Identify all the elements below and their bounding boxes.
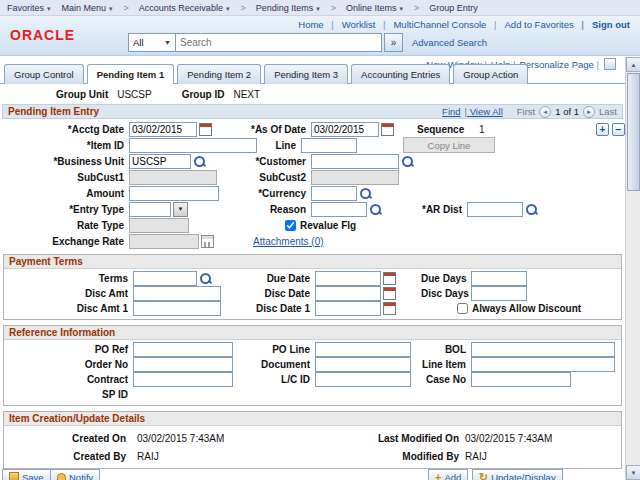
form-row-rate-type: Rate Type Revalue Flg xyxy=(0,217,625,233)
tab-pending-item-3[interactable]: Pending Item 3 xyxy=(264,64,348,84)
tab-bar: Group Control Pending Item 1 Pending Ite… xyxy=(4,64,531,84)
rate-type-input xyxy=(129,218,189,233)
customer-label: *Customer xyxy=(239,156,311,167)
tab-pending-item-1[interactable]: Pending Item 1 xyxy=(87,64,175,84)
multichannel-console-link[interactable]: MultiChannel Console xyxy=(383,19,486,30)
group-id-label: Group ID xyxy=(182,89,225,100)
vertical-scrollbar[interactable]: ▲ ▼ xyxy=(625,57,640,480)
due-date-input[interactable] xyxy=(315,271,381,286)
po-ref-input[interactable] xyxy=(133,342,233,357)
amount-input[interactable] xyxy=(129,186,219,201)
tab-accounting-entries[interactable]: Accounting Entries xyxy=(351,64,450,84)
disc-amt1-label: Disc Amt 1 xyxy=(6,303,133,314)
personalize-page-link[interactable]: Personalize Page xyxy=(519,59,599,70)
reference-information-box: Reference Information PO Ref PO Line BOL… xyxy=(3,325,622,406)
lookup-icon[interactable] xyxy=(199,272,212,285)
po-line-label: PO Line xyxy=(243,344,315,355)
calendar-icon[interactable] xyxy=(383,272,396,285)
line-item-input[interactable] xyxy=(471,357,615,372)
entry-type-input[interactable] xyxy=(129,202,171,217)
advanced-search-link[interactable]: Advanced Search xyxy=(412,37,487,48)
breadcrumb-main-menu[interactable]: Main Menu xyxy=(62,3,113,13)
document-input[interactable] xyxy=(315,357,411,372)
add-button[interactable]: + Add xyxy=(428,469,468,480)
sign-out-link[interactable]: Sign out xyxy=(581,19,630,30)
calendar-icon[interactable] xyxy=(381,123,394,136)
scroll-down-button[interactable]: ▼ xyxy=(626,465,640,480)
customer-input[interactable] xyxy=(311,154,399,169)
reference-row-order: Order No Document Line Item xyxy=(4,357,621,372)
search-go-button[interactable]: » xyxy=(384,33,403,52)
search-scope-select[interactable]: All ▼ xyxy=(128,33,176,52)
disc-days-input[interactable] xyxy=(471,286,527,301)
home-link[interactable]: Home xyxy=(298,19,323,30)
calendar-icon[interactable] xyxy=(199,123,212,136)
group-unit-value: USCSP xyxy=(117,89,151,100)
add-to-favorites-link[interactable]: Add to Favorites xyxy=(494,19,574,30)
row-position: 1 of 1 xyxy=(555,106,579,117)
business-unit-input[interactable] xyxy=(129,154,191,169)
lookup-icon[interactable] xyxy=(525,203,538,216)
notify-button[interactable]: Notify xyxy=(50,469,100,480)
find-link[interactable]: Find xyxy=(442,106,460,117)
save-button[interactable]: Save xyxy=(2,469,51,480)
line-input[interactable] xyxy=(301,138,357,153)
lc-id-input[interactable] xyxy=(315,372,411,387)
order-no-label: Order No xyxy=(6,359,133,370)
refresh-icon: ↻ xyxy=(479,472,488,480)
next-row-button[interactable]: ► xyxy=(583,106,595,118)
business-unit-label: *Business Unit xyxy=(2,156,129,167)
delete-row-button[interactable]: − xyxy=(612,123,625,136)
breadcrumb-accounts-receivable[interactable]: Accounts Receivable xyxy=(124,3,230,13)
calculator-icon[interactable] xyxy=(201,235,214,248)
reason-input[interactable] xyxy=(311,202,367,217)
due-days-input[interactable] xyxy=(471,271,527,286)
copy-line-button[interactable]: Copy Line xyxy=(403,137,495,153)
ar-dist-input[interactable] xyxy=(467,202,523,217)
tab-group-control[interactable]: Group Control xyxy=(4,64,84,84)
disc-date-input[interactable] xyxy=(315,286,381,301)
created-by-value: RAIJ xyxy=(137,451,313,462)
view-all-link[interactable]: View All xyxy=(465,106,503,117)
calendar-icon[interactable] xyxy=(383,287,396,300)
scrollbar-thumb[interactable] xyxy=(627,73,640,191)
breadcrumb-online-items[interactable]: Online Items xyxy=(331,3,403,13)
created-on-value: 03/02/2015 7:43AM xyxy=(137,433,313,444)
tab-group-action[interactable]: Group Action xyxy=(453,64,528,84)
acctg-date-input[interactable] xyxy=(129,122,197,137)
update-display-button[interactable]: ↻ Update/Display xyxy=(472,469,563,480)
previous-row-button[interactable]: ◄ xyxy=(539,106,551,118)
as-of-date-input[interactable] xyxy=(311,122,379,137)
scroll-up-button[interactable]: ▲ xyxy=(626,57,640,72)
disc-amt-input[interactable] xyxy=(133,286,221,301)
copy-url-icon[interactable] xyxy=(604,58,616,70)
disc-amt1-input[interactable] xyxy=(133,301,221,316)
lookup-icon[interactable] xyxy=(359,187,372,200)
form-row-business-unit: *Business Unit *Customer xyxy=(0,153,625,169)
always-allow-discount-checkbox[interactable] xyxy=(457,303,468,314)
tab-pending-item-2[interactable]: Pending Item 2 xyxy=(177,64,261,84)
search-input[interactable] xyxy=(176,33,382,52)
revalue-flag-checkbox[interactable] xyxy=(285,220,296,231)
add-label: Add xyxy=(444,472,461,480)
order-no-input[interactable] xyxy=(133,357,233,372)
lookup-icon[interactable] xyxy=(369,203,382,216)
case-no-input[interactable] xyxy=(471,372,571,387)
calendar-icon[interactable] xyxy=(383,302,396,315)
disc-date1-input[interactable] xyxy=(315,301,381,316)
bol-input[interactable] xyxy=(471,342,615,357)
item-id-input[interactable] xyxy=(129,138,257,153)
po-line-input[interactable] xyxy=(315,342,411,357)
terms-input[interactable] xyxy=(133,271,197,286)
entry-type-dropdown-button[interactable]: ▼ xyxy=(173,202,188,217)
contract-input[interactable] xyxy=(133,372,233,387)
add-row-button[interactable]: + xyxy=(596,123,609,136)
lookup-icon[interactable] xyxy=(401,155,414,168)
breadcrumb-favorites[interactable]: Favorites xyxy=(7,3,51,13)
lookup-icon[interactable] xyxy=(193,155,206,168)
currency-input[interactable] xyxy=(311,186,357,201)
worklist-link[interactable]: Worklist xyxy=(331,19,375,30)
payment-terms-header: Payment Terms xyxy=(4,255,621,269)
attachments-link[interactable]: Attachments (0) xyxy=(253,236,324,247)
breadcrumb-pending-items[interactable]: Pending Items xyxy=(240,3,319,13)
